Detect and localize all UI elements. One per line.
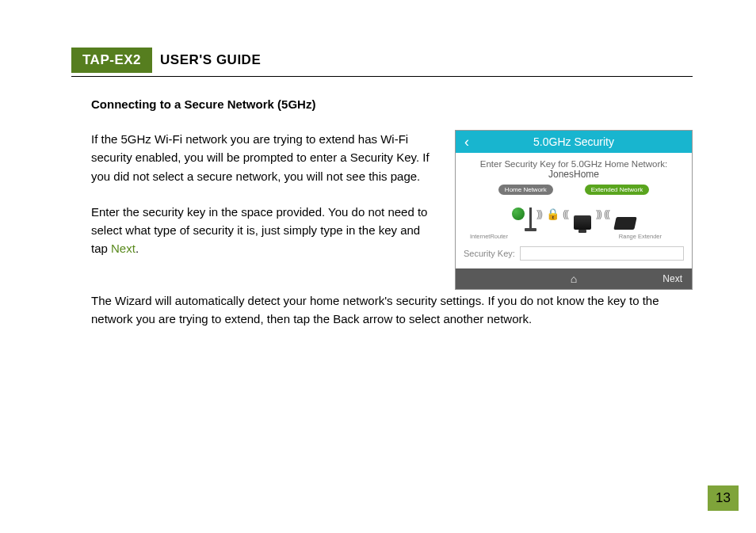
next-button[interactable]: Next: [662, 273, 692, 284]
page-number: 13: [708, 485, 739, 511]
next-link-text: Next: [111, 242, 136, 255]
signal-icon: ))): [596, 208, 601, 219]
signal-icon: ))): [536, 208, 541, 219]
device-footer: ⌂ Next: [456, 268, 692, 289]
doc-title: USER'S GUIDE: [152, 48, 269, 73]
paragraph-2-post: .: [136, 242, 139, 255]
diagram-labels: Internet Router Range Extender: [464, 233, 684, 240]
network-diagram: ))) 🔒 ))) ))) ))): [464, 198, 684, 230]
device-prompt: Enter Security Key for 5.0GHz Home Netwo…: [464, 159, 684, 169]
device-body: Enter Security Key for 5.0GHz Home Netwo…: [456, 153, 692, 268]
lock-icon: 🔒: [546, 207, 559, 220]
home-icon[interactable]: ⌂: [571, 272, 577, 285]
device-screenshot: ‹ 5.0GHz Security Enter Security Key for…: [455, 130, 693, 290]
laptop-icon: [613, 217, 636, 230]
label-extender: Range Extender: [619, 233, 662, 240]
device-network-name: JonesHome: [464, 169, 684, 180]
paragraph-1: If the 5GHz Wi-Fi network you are trying…: [91, 130, 439, 185]
paragraph-2: Enter the security key in the space prov…: [91, 203, 439, 258]
signal-icon: ))): [564, 208, 569, 219]
extended-network-badge: Extended Network: [585, 185, 649, 195]
router-icon: [529, 207, 532, 230]
paragraph-3: The Wizard will automatically detect you…: [91, 291, 693, 329]
page-content: Connecting to a Secure Network (5GHz) If…: [91, 97, 693, 329]
globe-icon: [512, 207, 525, 220]
network-badges: Home Network Extended Network: [464, 185, 684, 195]
security-key-input[interactable]: [520, 246, 684, 261]
header-divider: [71, 76, 693, 77]
body-text: If the 5GHz Wi-Fi network you are trying…: [91, 130, 439, 276]
extender-icon: [574, 215, 591, 230]
device-screen-title: 5.0GHz Security: [456, 135, 692, 148]
paragraph-2-pre: Enter the security key in the space prov…: [91, 205, 427, 256]
home-network-badge: Home Network: [498, 185, 553, 195]
label-internet: Internet: [470, 233, 490, 240]
signal-icon: ))): [605, 208, 610, 219]
product-badge: TAP-EX2: [71, 48, 152, 73]
device-titlebar: ‹ 5.0GHz Security: [456, 131, 692, 153]
security-key-row: Security Key:: [464, 246, 684, 261]
doc-header: TAP-EX2 USER'S GUIDE: [71, 48, 693, 73]
section-heading: Connecting to a Secure Network (5GHz): [91, 97, 693, 111]
label-router: Router: [490, 233, 508, 240]
security-key-label: Security Key:: [464, 249, 515, 258]
